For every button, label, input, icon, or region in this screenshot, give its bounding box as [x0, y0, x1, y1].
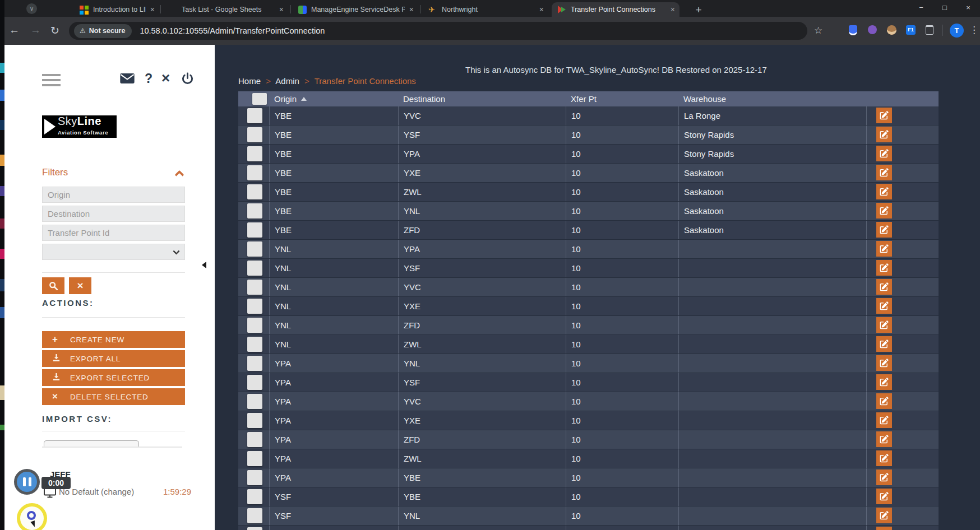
filters-collapse-icon[interactable]	[175, 170, 184, 180]
destination-filter-input[interactable]	[42, 206, 185, 222]
edit-row-button[interactable]	[876, 146, 892, 161]
extension-grapes-icon[interactable]	[868, 25, 877, 34]
help-icon[interactable]: ?	[145, 71, 152, 86]
row-checkbox[interactable]	[247, 508, 262, 523]
hamburger-menu-icon[interactable]	[42, 74, 61, 89]
row-checkbox[interactable]	[247, 356, 262, 371]
column-header-destination[interactable]: Destination	[398, 91, 566, 106]
delete-selected-button[interactable]: × DELETE SELECTED	[42, 388, 185, 405]
extension-shield-icon[interactable]	[849, 25, 857, 35]
export-all-button[interactable]: EXPORT ALL	[42, 350, 185, 367]
edit-row-button[interactable]	[876, 108, 892, 123]
row-checkbox[interactable]	[247, 146, 262, 161]
extension-monkey-icon[interactable]	[887, 25, 896, 35]
edit-row-button[interactable]	[876, 279, 892, 295]
recorder-display-setting[interactable]: No Default (change)	[59, 487, 134, 496]
tab-google-sheets[interactable]: Task List - Google Sheets ×	[163, 2, 288, 17]
power-icon[interactable]	[181, 72, 194, 87]
edit-row-button[interactable]	[876, 355, 892, 371]
origin-filter-input[interactable]	[42, 187, 185, 203]
row-checkbox[interactable]	[247, 451, 262, 466]
recorder-pause-button[interactable]	[14, 469, 40, 495]
close-icon[interactable]: ×	[161, 69, 170, 87]
row-checkbox[interactable]	[247, 203, 262, 218]
row-checkbox[interactable]	[247, 337, 262, 352]
profile-avatar[interactable]: T	[950, 24, 964, 38]
edit-row-button[interactable]	[876, 203, 892, 218]
tab-close-icon[interactable]: ×	[671, 6, 675, 13]
create-new-button[interactable]: + CREATE NEW	[42, 331, 185, 348]
edit-row-button[interactable]	[876, 317, 892, 333]
row-checkbox[interactable]	[247, 394, 262, 409]
column-header-origin[interactable]: Origin	[269, 91, 398, 106]
edit-row-button[interactable]	[876, 165, 892, 180]
row-checkbox[interactable]	[247, 261, 262, 276]
new-tab-button[interactable]: +	[691, 3, 706, 17]
edit-row-button[interactable]	[876, 469, 892, 485]
row-checkbox[interactable]	[247, 470, 262, 485]
tab-manageengine[interactable]: ManageEngine ServiceDesk Plu ×	[293, 2, 418, 17]
edit-row-button[interactable]	[876, 431, 892, 447]
row-checkbox[interactable]	[247, 432, 262, 447]
edit-row-button[interactable]	[876, 260, 892, 276]
tab-transfer-point-connections[interactable]: Transfer Point Connections ×	[552, 2, 679, 17]
edit-row-button[interactable]	[876, 336, 892, 352]
address-bar[interactable]: ⚠ Not secure 10.58.0.102:10555/Admin/Tra…	[69, 22, 807, 40]
edit-row-button[interactable]	[876, 374, 892, 390]
select-all-checkbox[interactable]	[252, 93, 267, 105]
reload-button[interactable]: ↻	[50, 24, 59, 37]
edit-row-button[interactable]	[876, 241, 892, 257]
transfer-point-id-filter-input[interactable]	[42, 225, 185, 241]
tab-search-icon[interactable]: ∨	[26, 3, 37, 14]
edit-row-button[interactable]	[876, 222, 892, 238]
breadcrumb-admin[interactable]: Admin	[275, 76, 299, 86]
edit-row-button[interactable]	[876, 298, 892, 314]
row-checkbox[interactable]	[247, 165, 262, 180]
forward-button[interactable]: →	[30, 24, 41, 36]
row-checkbox[interactable]	[247, 318, 262, 333]
edit-row-button[interactable]	[876, 184, 892, 199]
filter-dropdown[interactable]	[42, 244, 185, 260]
tab-close-icon[interactable]: ×	[539, 6, 544, 13]
row-checkbox[interactable]	[247, 241, 262, 257]
browser-menu-icon[interactable]: ⋮	[969, 24, 979, 36]
export-selected-button[interactable]: EXPORT SELECTED	[42, 369, 185, 386]
column-header-xfer-pt[interactable]: Xfer Pt	[566, 91, 678, 106]
row-checkbox[interactable]	[247, 127, 262, 142]
edit-row-button[interactable]	[876, 412, 892, 428]
edit-row-button[interactable]	[876, 489, 892, 504]
tab-close-icon[interactable]: ×	[409, 6, 414, 13]
edit-row-button[interactable]	[876, 393, 892, 409]
breadcrumb-home[interactable]: Home	[238, 76, 261, 86]
row-checkbox[interactable]	[247, 280, 262, 295]
row-checkbox[interactable]	[247, 222, 262, 238]
edit-row-button[interactable]	[876, 450, 892, 466]
window-maximize-button[interactable]: □	[933, 0, 956, 17]
edit-row-button[interactable]	[876, 127, 892, 142]
tab-close-icon[interactable]: ×	[279, 6, 284, 13]
extension-f1-icon[interactable]: F1	[906, 25, 916, 35]
recorder-bubble-icon[interactable]	[17, 503, 47, 530]
sidebar-collapse-arrow[interactable]	[202, 262, 206, 268]
back-button[interactable]: ←	[9, 24, 20, 36]
extension-clipboard-icon[interactable]	[926, 25, 933, 35]
row-checkbox[interactable]	[247, 108, 262, 123]
clear-filters-button[interactable]: ×	[69, 277, 91, 294]
tab-linq-queries[interactable]: Introduction to LINQ Queries - ×	[74, 2, 159, 17]
tab-close-icon[interactable]: ×	[150, 6, 155, 13]
url-text[interactable]: 10.58.0.102:10555/Admin/TransferPointCon…	[140, 26, 325, 35]
column-header-warehouse[interactable]: Warehouse	[678, 91, 866, 106]
row-checkbox[interactable]	[247, 527, 262, 530]
tab-northwright[interactable]: ✈ Northwright ×	[423, 2, 548, 17]
row-checkbox[interactable]	[247, 184, 262, 199]
bookmark-star-icon[interactable]: ☆	[814, 25, 822, 36]
row-checkbox[interactable]	[247, 413, 262, 428]
row-checkbox[interactable]	[247, 375, 262, 390]
window-close-button[interactable]: ×	[956, 0, 980, 17]
security-chip[interactable]: ⚠ Not secure	[74, 24, 132, 38]
edit-row-button[interactable]	[876, 508, 892, 523]
window-minimize-button[interactable]: −	[909, 0, 933, 17]
mail-icon[interactable]	[120, 73, 135, 86]
row-checkbox[interactable]	[247, 489, 262, 504]
row-checkbox[interactable]	[247, 299, 262, 314]
